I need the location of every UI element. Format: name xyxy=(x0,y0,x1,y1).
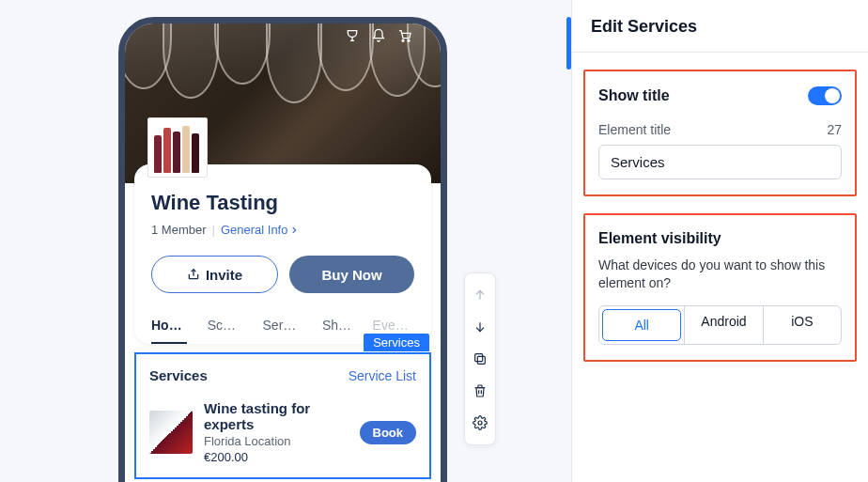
visibility-segmented: All Android iOS xyxy=(598,305,842,345)
cup-icon xyxy=(345,28,360,43)
svg-rect-3 xyxy=(475,354,483,362)
buy-now-label: Buy Now xyxy=(321,267,381,283)
svg-point-4 xyxy=(478,421,482,425)
visibility-option-ios[interactable]: iOS xyxy=(763,306,841,344)
visibility-option-all[interactable]: All xyxy=(602,309,681,341)
services-selection-tag: Services xyxy=(364,334,429,351)
tab-schedule[interactable]: Sch… xyxy=(208,318,242,344)
tab-shop[interactable]: Shop xyxy=(322,318,352,344)
invite-label: Invite xyxy=(206,267,242,283)
visibility-option-android[interactable]: Android xyxy=(684,306,762,344)
services-section[interactable]: Services Services Service List Wine tast… xyxy=(134,352,431,479)
panel-divider xyxy=(572,52,868,53)
move-down-button[interactable] xyxy=(465,311,495,343)
general-info-link[interactable]: General Info xyxy=(221,223,300,237)
member-count: 1 Member xyxy=(151,223,207,237)
svg-rect-2 xyxy=(477,356,485,364)
service-item[interactable]: Wine tasting for experts Florida Locatio… xyxy=(149,400,416,464)
element-visibility-label: Element visibility xyxy=(598,230,842,247)
tab-services[interactable]: Serv… xyxy=(263,318,302,344)
right-panel: Edit Services Show title Element title 2… xyxy=(571,0,868,482)
duplicate-button[interactable] xyxy=(465,343,495,375)
move-up-button xyxy=(465,279,495,311)
service-thumbnail xyxy=(149,411,193,454)
element-title-counter: 27 xyxy=(827,122,842,137)
group-card: Wine Tasting 1 Member | General Info Inv… xyxy=(134,164,431,344)
element-visibility-desc: What devices do you want to show this el… xyxy=(598,257,842,292)
preview-canvas: Wine Tasting 1 Member | General Info Inv… xyxy=(0,0,571,482)
delete-button[interactable] xyxy=(465,375,495,407)
svg-point-1 xyxy=(408,39,410,41)
meta-separator: | xyxy=(212,223,215,237)
buy-now-button[interactable]: Buy Now xyxy=(289,256,414,293)
services-heading: Services xyxy=(149,367,208,383)
bell-icon xyxy=(371,28,386,43)
service-location: Florida Location xyxy=(204,434,349,448)
floating-toolbar xyxy=(464,272,496,445)
element-title-input[interactable] xyxy=(598,145,842,179)
book-button[interactable]: Book xyxy=(360,421,417,444)
element-title-label: Element title xyxy=(598,122,671,137)
settings-button[interactable] xyxy=(465,407,495,439)
show-title-section: Show title Element title 27 xyxy=(583,70,857,196)
show-title-toggle[interactable] xyxy=(808,86,842,105)
tab-home[interactable]: Home xyxy=(151,318,187,344)
service-list-link[interactable]: Service List xyxy=(349,368,416,383)
group-title: Wine Tasting xyxy=(151,191,414,215)
group-thumbnail xyxy=(147,117,208,178)
status-bar xyxy=(125,23,441,48)
group-meta: 1 Member | General Info xyxy=(151,223,414,237)
cart-icon xyxy=(397,28,412,43)
service-price: €200.00 xyxy=(204,450,349,464)
element-visibility-section: Element visibility What devices do you w… xyxy=(583,213,857,362)
svg-point-0 xyxy=(402,39,404,41)
phone-frame: Wine Tasting 1 Member | General Info Inv… xyxy=(118,17,447,482)
panel-title: Edit Services xyxy=(583,17,857,52)
invite-button[interactable]: Invite xyxy=(151,256,278,293)
service-title: Wine tasting for experts xyxy=(204,400,349,432)
show-title-label: Show title xyxy=(598,87,670,104)
